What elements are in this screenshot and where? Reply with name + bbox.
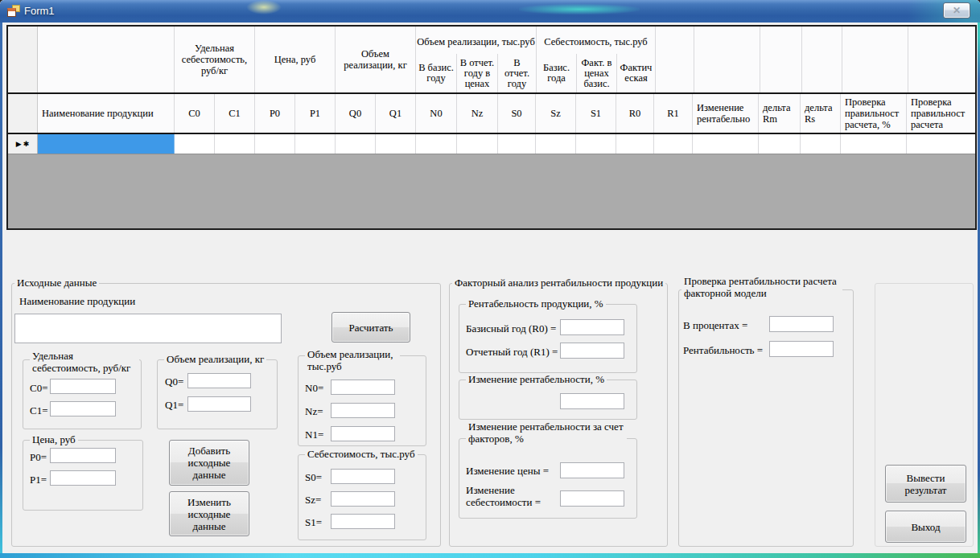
input-rentabelnost[interactable] xyxy=(769,341,834,357)
row-arrow-icon: ▶ xyxy=(16,140,22,148)
input-s1[interactable] xyxy=(331,514,395,529)
input-izmenenie-ceny[interactable] xyxy=(560,462,624,478)
window-border-bottom xyxy=(0,553,980,558)
grid-cell[interactable] xyxy=(654,134,693,154)
col-header-s1[interactable]: S1 xyxy=(576,94,616,133)
grid-group-header-row: Удельная себестоимость, руб/кг Цена, руб… xyxy=(8,27,975,94)
col-header-proverka[interactable]: Проверка правильност расчета xyxy=(907,94,974,133)
label-sz: Sz= xyxy=(305,494,321,506)
input-c0[interactable] xyxy=(50,379,116,394)
col-header-r0[interactable]: R0 xyxy=(616,94,654,133)
groupbox-title: Себестоимость, тыс.руб xyxy=(305,448,418,460)
col-header-p0[interactable]: P0 xyxy=(255,94,295,133)
label-s0: S0= xyxy=(305,471,322,483)
label-rentabelnost: Рентабильность = xyxy=(683,344,763,356)
col-header-q1[interactable]: Q1 xyxy=(376,94,416,133)
dobavit-dannye-button[interactable]: Добавить исходные данные xyxy=(169,440,249,486)
group-header-udelnaya: Удельная себестоимость, руб/кг xyxy=(175,27,255,92)
subheader-bazis-goda: Базис. года xyxy=(537,54,577,92)
empty-group-cell xyxy=(908,27,975,92)
new-row-indicator[interactable]: ▶ ✱ xyxy=(8,134,38,154)
raschitat-button[interactable]: Расчитать xyxy=(331,312,410,343)
grid-cell[interactable] xyxy=(336,134,376,154)
col-header-c1[interactable]: C1 xyxy=(215,94,255,133)
grid-cell[interactable] xyxy=(693,134,759,154)
empty-group-cell xyxy=(694,27,760,92)
grid-cell[interactable] xyxy=(175,134,215,154)
form1-window: Form1 ✕ Удельная себестоимость, руб/кг Ц… xyxy=(0,0,980,558)
grid-cell[interactable] xyxy=(576,134,616,154)
grid-cell[interactable] xyxy=(376,134,416,154)
col-header-naimenovanie[interactable]: Наименование продукции xyxy=(38,94,175,133)
input-q1[interactable] xyxy=(187,396,251,412)
groupbox-sebestoimost-tys: Себестоимость, тыс.руб S0= Sz= S1= xyxy=(298,454,426,540)
group-header-cena: Цена, руб xyxy=(255,27,336,92)
input-v-procentah[interactable] xyxy=(769,316,834,332)
grid-cell[interactable] xyxy=(907,134,974,154)
subheader-fakt-v-cenah-bazis: Факт. в ценах базис. xyxy=(577,54,617,92)
col-header-izmenenie-rentabelnosti[interactable]: Изменение рентабельно xyxy=(693,94,759,133)
groupbox-title: Удельная себестоимость, руб/кг xyxy=(30,350,139,374)
label-izmenenie-sebestoimosti: Изменение себестоимости = xyxy=(466,484,556,508)
col-header-s0[interactable]: S0 xyxy=(498,94,536,133)
grid-cell[interactable] xyxy=(616,134,654,154)
grid-cell[interactable] xyxy=(841,134,907,154)
empty-group-cell xyxy=(656,27,694,92)
subheader-fakticheskaya: Фактич еская xyxy=(617,54,655,92)
client-area: Удельная себестоимость, руб/кг Цена, руб… xyxy=(2,23,978,553)
grid-cell[interactable] xyxy=(498,134,536,154)
input-s0[interactable] xyxy=(331,469,395,484)
input-p1[interactable] xyxy=(50,470,116,486)
grid-cell[interactable] xyxy=(215,134,255,154)
col-header-delta-rm[interactable]: дельта Rm xyxy=(759,94,801,133)
col-header-q0[interactable]: Q0 xyxy=(336,94,376,133)
empty-group-cell xyxy=(802,27,842,92)
label-s1: S1= xyxy=(305,516,322,528)
izmenit-dannye-button[interactable]: Изменить исходные данные xyxy=(169,491,249,536)
grid-cell-selected[interactable] xyxy=(38,134,175,154)
input-izmenenie-rentabelnosti[interactable] xyxy=(560,393,624,409)
col-header-r1[interactable]: R1 xyxy=(654,94,693,133)
vykhod-button[interactable]: Выход xyxy=(885,511,966,543)
input-r0-bazis[interactable] xyxy=(560,319,624,335)
col-header-proverka-procent[interactable]: Проверка правильност расчета, % xyxy=(841,94,907,133)
grid-cell[interactable] xyxy=(255,134,295,154)
grid-cell[interactable] xyxy=(416,134,457,154)
col-header-p1[interactable]: P1 xyxy=(295,94,336,133)
label-nz: Nz= xyxy=(305,405,323,417)
groupbox-obem-realizacii-kg: Объем реализации, кг Q0= Q1= xyxy=(157,359,278,429)
input-c1[interactable] xyxy=(50,401,116,416)
groupbox-izmenenie-za-schet-faktorov: Изменение рентабельности за счет факторо… xyxy=(459,438,637,519)
col-header-delta-rs[interactable]: дельта Rs xyxy=(801,94,841,133)
input-q0[interactable] xyxy=(187,373,251,388)
group-title-sebest: Себестоимость, тыс.руб xyxy=(537,27,655,54)
input-sz[interactable] xyxy=(331,491,395,507)
col-header-nz[interactable]: Nz xyxy=(457,94,498,133)
input-nz[interactable] xyxy=(331,403,395,418)
close-icon[interactable]: ✕ xyxy=(943,2,970,18)
vyvesti-rezultat-button[interactable]: Вывести результат xyxy=(885,465,966,503)
label-izmenenie-ceny: Изменение цены = xyxy=(466,465,549,477)
grid-cell[interactable] xyxy=(801,134,841,154)
new-row-star-icon: ✱ xyxy=(23,140,30,148)
grid-cell[interactable] xyxy=(759,134,801,154)
input-izmenenie-sebestoimosti[interactable] xyxy=(560,490,624,507)
col-header-sz[interactable]: Sz xyxy=(536,94,576,133)
col-header-c0[interactable]: C0 xyxy=(175,94,215,133)
input-n0[interactable] xyxy=(331,380,395,395)
groupbox-proverka-rentabelnosti: Проверка рентабильности расчета факторно… xyxy=(678,289,854,547)
grid-cell[interactable] xyxy=(457,134,498,154)
input-r1-otchet[interactable] xyxy=(560,343,624,359)
titlebar[interactable]: Form1 ✕ xyxy=(0,0,980,23)
grid-cell[interactable] xyxy=(295,134,336,154)
glass-reflection xyxy=(519,4,640,14)
input-naimenovanie[interactable] xyxy=(14,314,282,343)
col-header-n0[interactable]: N0 xyxy=(416,94,457,133)
grid-column-header-row: Наименование продукции C0 C1 P0 P1 Q0 Q1… xyxy=(8,94,975,134)
groupbox-title: Факторный анализ рентабильности продукци… xyxy=(452,277,665,289)
input-n1[interactable] xyxy=(331,426,395,441)
input-p0[interactable] xyxy=(50,448,116,463)
grid-cell[interactable] xyxy=(536,134,576,154)
label-n1: N1= xyxy=(305,429,323,441)
subheader-v-bazis-godu: В базис. году xyxy=(416,54,457,92)
